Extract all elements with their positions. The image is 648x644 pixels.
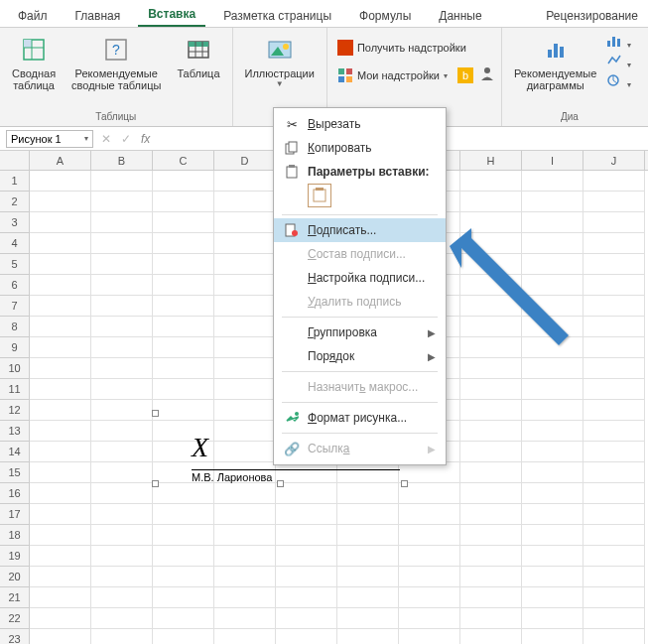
row-header[interactable]: 21 xyxy=(0,587,30,608)
cell[interactable] xyxy=(460,608,522,629)
cell[interactable] xyxy=(583,254,645,275)
cell[interactable] xyxy=(522,462,583,483)
cell[interactable] xyxy=(153,629,214,644)
cell[interactable] xyxy=(583,296,645,317)
cancel-icon[interactable]: ✕ xyxy=(101,132,111,146)
cell[interactable] xyxy=(337,608,399,629)
cell[interactable] xyxy=(583,525,645,546)
cell[interactable] xyxy=(460,525,522,546)
cell[interactable] xyxy=(460,358,522,379)
cell[interactable] xyxy=(30,192,91,212)
cell[interactable] xyxy=(583,567,645,587)
cell[interactable] xyxy=(522,587,583,608)
cell[interactable] xyxy=(337,629,399,644)
cell[interactable] xyxy=(460,546,522,567)
cell[interactable] xyxy=(153,317,214,337)
row-header[interactable]: 14 xyxy=(0,442,30,462)
cell[interactable] xyxy=(91,442,153,462)
cell[interactable] xyxy=(91,608,153,629)
cell[interactable] xyxy=(337,504,399,525)
resize-handle[interactable] xyxy=(277,480,284,487)
column-header[interactable]: C xyxy=(153,151,214,170)
row-header[interactable]: 5 xyxy=(0,254,30,275)
column-header[interactable]: D xyxy=(214,151,276,170)
cell[interactable] xyxy=(91,337,153,358)
cell[interactable] xyxy=(30,608,91,629)
cell[interactable] xyxy=(583,358,645,379)
chart-type-icon[interactable]: ▾ xyxy=(606,34,630,52)
cell[interactable] xyxy=(522,525,583,546)
cell[interactable] xyxy=(91,421,153,442)
cell[interactable] xyxy=(30,421,91,442)
cell[interactable] xyxy=(214,587,276,608)
cell[interactable] xyxy=(91,504,153,525)
cell[interactable] xyxy=(522,379,583,400)
cell[interactable] xyxy=(214,567,276,587)
row-header[interactable]: 15 xyxy=(0,462,30,483)
menu-format-picture[interactable]: Формат рисунка... xyxy=(274,406,446,430)
cell[interactable] xyxy=(91,525,153,546)
cell[interactable] xyxy=(214,275,276,296)
row-header[interactable]: 8 xyxy=(0,317,30,337)
cell[interactable] xyxy=(583,275,645,296)
cell[interactable] xyxy=(214,629,276,644)
cell[interactable] xyxy=(30,275,91,296)
cell[interactable] xyxy=(30,442,91,462)
cell[interactable] xyxy=(30,358,91,379)
cell[interactable] xyxy=(583,483,645,504)
cell[interactable] xyxy=(91,275,153,296)
cell[interactable] xyxy=(153,504,214,525)
cell[interactable] xyxy=(153,608,214,629)
resize-handle[interactable] xyxy=(152,480,159,487)
cell[interactable] xyxy=(583,421,645,442)
cell[interactable] xyxy=(522,400,583,421)
cell[interactable] xyxy=(522,567,583,587)
cell[interactable] xyxy=(399,483,460,504)
cell[interactable] xyxy=(583,317,645,337)
row-header[interactable]: 23 xyxy=(0,629,30,644)
cell[interactable] xyxy=(153,525,214,546)
cell[interactable] xyxy=(337,587,399,608)
cell[interactable] xyxy=(214,233,276,254)
cell[interactable] xyxy=(399,546,460,567)
cell[interactable] xyxy=(153,296,214,317)
cell[interactable] xyxy=(522,171,583,192)
cell[interactable] xyxy=(337,567,399,587)
cell[interactable] xyxy=(583,233,645,254)
cell[interactable] xyxy=(214,212,276,233)
cell[interactable] xyxy=(30,504,91,525)
cell[interactable] xyxy=(91,546,153,567)
cell[interactable] xyxy=(460,317,522,337)
tab-home[interactable]: Главная xyxy=(65,5,131,27)
cell[interactable] xyxy=(214,358,276,379)
cell[interactable] xyxy=(276,483,337,504)
cell[interactable] xyxy=(522,608,583,629)
enter-icon[interactable]: ✓ xyxy=(121,132,131,146)
menu-copy[interactable]: Копировать xyxy=(274,136,446,160)
cell[interactable] xyxy=(460,337,522,358)
cell[interactable] xyxy=(583,442,645,462)
recommended-pivot-button[interactable]: ? Рекомендуемые сводные таблицы xyxy=(65,32,167,93)
cell[interactable] xyxy=(460,212,522,233)
cell[interactable] xyxy=(460,233,522,254)
cell[interactable] xyxy=(460,171,522,192)
cell[interactable] xyxy=(153,567,214,587)
cell[interactable] xyxy=(91,379,153,400)
cell[interactable] xyxy=(214,296,276,317)
row-header[interactable]: 17 xyxy=(0,504,30,525)
cell[interactable] xyxy=(460,379,522,400)
cell[interactable] xyxy=(583,608,645,629)
resize-handle[interactable] xyxy=(152,410,159,417)
cell[interactable] xyxy=(583,337,645,358)
cell[interactable] xyxy=(460,442,522,462)
row-header[interactable]: 20 xyxy=(0,567,30,587)
my-addins-button[interactable]: Мои надстройки ▾ xyxy=(333,65,452,85)
cell[interactable] xyxy=(30,400,91,421)
cell[interactable] xyxy=(214,504,276,525)
cell[interactable] xyxy=(522,546,583,567)
tab-insert[interactable]: Вставка xyxy=(138,3,205,27)
cell[interactable] xyxy=(460,275,522,296)
menu-group[interactable]: Группировка ▶ xyxy=(274,321,446,344)
cell[interactable] xyxy=(214,608,276,629)
cell[interactable] xyxy=(460,254,522,275)
